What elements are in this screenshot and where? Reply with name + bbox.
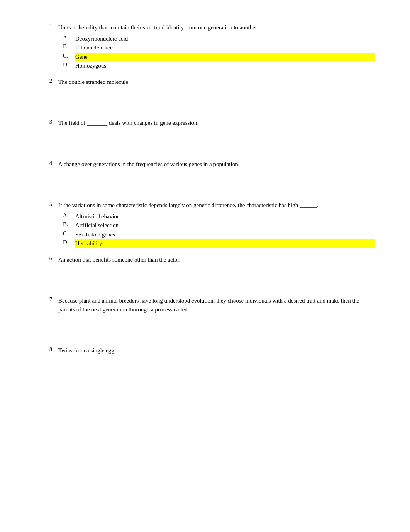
spacer [43,265,375,296]
question-item: 6.An action that benefits someone other … [43,255,375,297]
choice-item: B.Artificial selection [63,221,375,230]
choice-item: C.Gene [63,53,375,61]
question-row: 7.Because plant and animal breeders have… [43,296,375,314]
choice-label: A. [63,34,75,41]
choice-label: B. [63,43,75,50]
page-content: 1.Units of heredity that maintain their … [43,23,375,357]
choice-text: Ribonucleic acid [75,43,375,52]
question-row: 6.An action that benefits someone other … [43,255,375,264]
question-text: Twins from a single egg. [58,346,375,355]
question-row: 3.The field of _______ deals with change… [43,119,375,127]
question-number: 4. [43,160,58,167]
question-row: 2.The double stranded molecule. [43,78,375,87]
question-item: 3.The field of _______ deals with change… [43,119,375,160]
question-row: 1.Units of heredity that maintain their … [43,23,375,32]
spacer [43,129,375,160]
choice-text: Homozygous [75,61,375,70]
question-text: The double stranded molecule. [58,78,375,87]
choice-item: B.Ribonucleic acid [63,43,375,52]
choice-item: A.Altruistic behavior [63,212,375,221]
choice-label: C. [63,53,75,59]
choices-list: A.Deoxyribonucleic acidB.Ribonucleic aci… [63,34,375,71]
spacer [43,315,375,346]
question-number: 2. [43,78,58,84]
spacer [43,170,375,201]
question-row: 5.If the variations in some characterist… [43,201,375,210]
question-text: If the variations in some characteristic… [58,201,375,210]
spacer [43,249,375,255]
choice-label: A. [63,212,75,219]
question-text: Units of heredity that maintain their st… [58,23,375,32]
question-number: 1. [43,23,58,30]
question-number: 8. [43,346,58,353]
question-item: 2.The double stranded molecule. [43,78,375,119]
choice-text: Altruistic behavior [75,212,375,221]
question-text: A change over generations in the frequen… [58,160,375,169]
choice-text: Gene [75,53,375,61]
choice-text: Sex-linked genes [75,230,375,239]
question-item: 4.A change over generations in the frequ… [43,160,375,201]
choice-item: C.Sex-linked genes [63,230,375,239]
question-number: 5. [43,201,58,207]
choice-item: D.Heritability [63,239,375,248]
choice-label: D. [63,61,75,68]
question-row: 8.Twins from a single egg. [43,346,375,355]
question-item: 7.Because plant and animal breeders have… [43,296,375,346]
question-item: 8.Twins from a single egg. [43,346,375,357]
choice-label: D. [63,239,75,246]
choice-label: B. [63,221,75,228]
question-item: 1.Units of heredity that maintain their … [43,23,375,78]
question-text: An action that benefits someone other th… [58,255,375,264]
question-list: 1.Units of heredity that maintain their … [43,23,375,357]
choice-text: Deoxyribonucleic acid [75,34,375,43]
choice-text: Heritability [75,239,375,248]
question-row: 4.A change over generations in the frequ… [43,160,375,169]
choices-list: A.Altruistic behaviorB.Artificial select… [63,212,375,248]
question-text: Because plant and animal breeders have l… [58,296,375,314]
question-number: 7. [43,296,58,303]
choice-text: Artificial selection [75,221,375,230]
spacer [43,88,375,119]
question-text: The field of _______ deals with changes … [58,119,375,127]
spacer [43,71,375,78]
choice-label: C. [63,230,75,237]
question-number: 6. [43,255,58,262]
choice-item: D.Homozygous [63,61,375,70]
question-item: 5.If the variations in some characterist… [43,201,375,255]
question-number: 3. [43,119,58,125]
choice-item: A.Deoxyribonucleic acid [63,34,375,43]
